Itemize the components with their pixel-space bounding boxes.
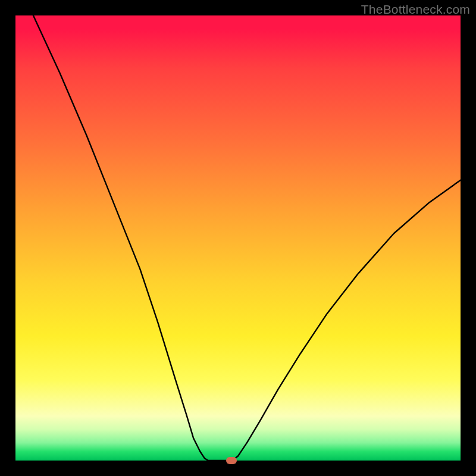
watermark-text: TheBottleneck.com (361, 2, 470, 17)
optimal-marker (226, 457, 237, 464)
bottleneck-curve (33, 15, 461, 461)
curve-svg (15, 15, 461, 461)
plot-area (15, 15, 461, 461)
chart-frame: TheBottleneck.com (0, 0, 476, 476)
